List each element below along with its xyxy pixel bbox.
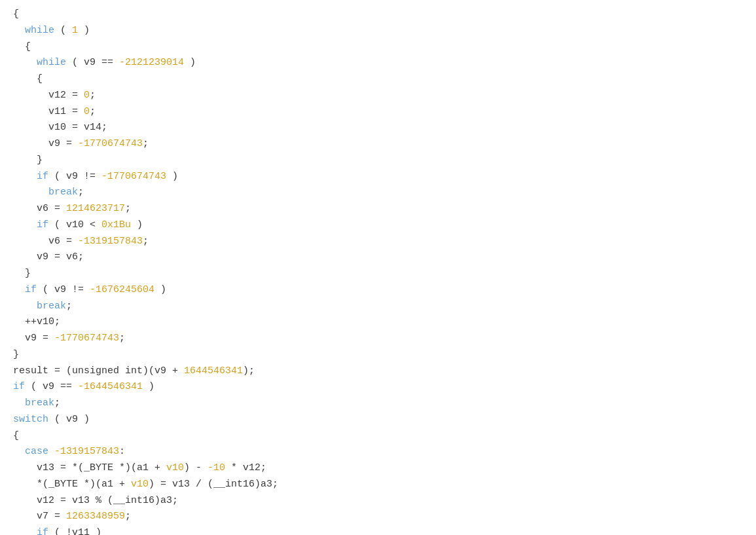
code-viewer: { while ( 1 ) { while ( v9 == -212123901…	[0, 0, 756, 535]
code-line-23: result = (unsigned int)(v9 + 1644546341)…	[13, 363, 743, 380]
var-v10-orange: v10	[166, 462, 184, 473]
code-line-14: if ( v10 < 0x1Bu )	[13, 217, 743, 234]
code-line-11: if ( v9 != -1770674743 )	[13, 169, 743, 185]
code-line-12: break;	[13, 185, 743, 201]
code-line-24: if ( v9 == -1644546341 )	[13, 379, 743, 396]
code-line-21: v9 = -1770674743;	[13, 331, 743, 347]
code-line-2: while ( 1 )	[13, 23, 743, 39]
code-line-13: v6 = 1214623717;	[13, 201, 743, 217]
code-line-27: {	[13, 428, 743, 445]
code-line-33: if ( !v11 )	[13, 525, 743, 535]
code-line-16: v9 = v6;	[13, 249, 743, 266]
code-line-30: *(_BYTE *)(a1 + v10) = v13 / (__int16)a3…	[13, 477, 743, 493]
code-line-19: break;	[13, 299, 743, 315]
code-line-17: }	[13, 266, 743, 282]
code-line-9: v9 = -1770674743;	[13, 136, 743, 153]
code-line-31: v12 = v13 % (__int16)a3;	[13, 493, 743, 509]
code-line-20: ++v10;	[13, 314, 743, 331]
code-line-18: if ( v9 != -1676245604 )	[13, 282, 743, 299]
code-line-29: v13 = *(_BYTE *)(a1 + v10) - -10 * v12;	[13, 460, 743, 477]
code-line-10: }	[13, 153, 743, 169]
code-line-8: v10 = v14;	[13, 120, 743, 136]
code-line-7: v11 = 0;	[13, 104, 743, 120]
code-line-22: }	[13, 347, 743, 363]
code-line-28: case -1319157843:	[13, 444, 743, 460]
code-line-6: v12 = 0;	[13, 88, 743, 104]
keyword-while: while	[25, 25, 54, 36]
number-1: 1	[72, 25, 78, 36]
var-v10-orange-2: v10	[131, 479, 149, 490]
code-line-5: {	[13, 71, 743, 88]
code-line-15: v6 = -1319157843;	[13, 234, 743, 250]
code-line-4: while ( v9 == -2121239014 )	[13, 55, 743, 71]
code-line-32: v7 = 1263348959;	[13, 509, 743, 525]
code-line-3: {	[13, 39, 743, 56]
code-line-25: break;	[13, 396, 743, 412]
code-line-1: {	[13, 7, 743, 23]
code-line-26: switch ( v9 )	[13, 412, 743, 428]
